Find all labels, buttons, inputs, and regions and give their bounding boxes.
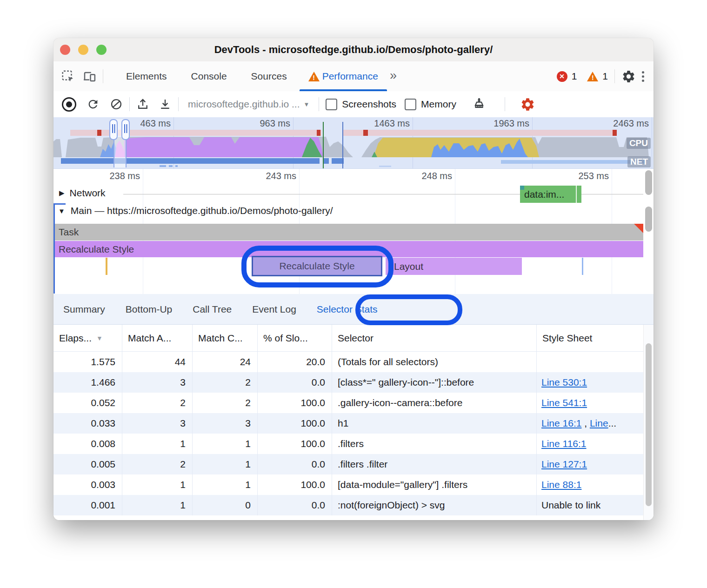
stat-cell-elapsed: 0.003: [53, 474, 122, 495]
bottom-panel-tabs: SummaryBottom-UpCall TreeEvent LogSelect…: [53, 294, 654, 325]
device-toolbar-icon[interactable]: [81, 68, 97, 84]
screenshot-stage: DevTools - microsoftedge.github.io/Demos…: [0, 0, 707, 588]
memory-checkbox[interactable]: [405, 99, 416, 110]
devtools-window: DevTools - microsoftedge.github.io/Demos…: [53, 38, 654, 520]
stat-cell-elapsed: 1.466: [53, 372, 122, 393]
issues-badges: ✕ 1 ! 1: [557, 71, 608, 82]
inspect-element-icon[interactable]: [60, 68, 76, 84]
clear-recording-icon[interactable]: [110, 98, 123, 111]
column-header-elaps-[interactable]: Elaps...▼: [53, 325, 122, 351]
track-selection-marker: [53, 203, 55, 294]
stat-cell-match-count: 3: [193, 413, 258, 434]
tab-performance[interactable]: !Performance: [298, 61, 389, 91]
table-row[interactable]: 1.575442420.0(Totals for all selectors): [53, 352, 643, 372]
stat-cell-elapsed: 0.008: [53, 434, 122, 454]
stylesheet-link[interactable]: Line: [590, 418, 608, 428]
stat-cell-elapsed: 0.005: [53, 454, 122, 474]
stat-cell-slow-pct: 0.0: [258, 372, 332, 393]
table-scrollbar-thumb[interactable]: [646, 343, 652, 506]
toolbar-divider3: [319, 97, 319, 111]
column-header-selector[interactable]: Selector: [332, 325, 537, 351]
table-scrollbar[interactable]: [643, 325, 654, 520]
load-profile-icon[interactable]: [136, 98, 149, 111]
layout-event-bar[interactable]: Layout: [386, 258, 522, 275]
overview-time-label: 1963 ms: [483, 118, 529, 129]
flame-time-label: 253 ms: [558, 171, 609, 181]
column-header-style-sheet[interactable]: Style Sheet: [537, 325, 643, 351]
stat-cell-selector: .gallery-icon--camera::before: [332, 393, 537, 413]
panel-tab-bottom-up[interactable]: Bottom-Up: [126, 304, 172, 315]
request-priority-marker: [520, 186, 524, 190]
stat-cell-slow-pct: 20.0: [258, 352, 332, 372]
error-icon[interactable]: ✕: [557, 71, 567, 82]
flame-scrollbar-thumb2[interactable]: [645, 207, 652, 232]
panel-tab-event-log[interactable]: Event Log: [252, 304, 296, 315]
table-row[interactable]: 0.001100.0:not(foreignObject) > svgUnabl…: [53, 495, 643, 515]
stat-cell-selector: .filters: [332, 434, 537, 454]
tab-sources[interactable]: Sources: [238, 61, 298, 91]
stylesheet-text: ...: [608, 418, 617, 428]
more-tabs-button[interactable]: »: [390, 68, 397, 83]
stat-cell-style-sheet: Line 530:1: [537, 372, 643, 393]
tabbar-divider-right: [614, 69, 615, 83]
task-event-bar[interactable]: Task: [55, 224, 643, 241]
stylesheet-link[interactable]: Line 530:1: [541, 377, 587, 388]
stat-cell-match-attempts: 2: [122, 393, 193, 413]
stat-cell-selector: (Totals for all selectors): [332, 352, 537, 372]
expand-triangle-icon[interactable]: ▼: [58, 207, 65, 215]
tab-console[interactable]: Console: [178, 61, 238, 91]
network-request-block[interactable]: data:im...: [520, 186, 581, 203]
stylesheet-link[interactable]: Line 127:1: [541, 459, 587, 469]
net-band-label: NET: [627, 156, 651, 167]
stat-cell-slow-pct: 0.0: [258, 454, 332, 474]
warning-count: 1: [602, 71, 608, 82]
garbage-collect-icon[interactable]: [472, 97, 486, 111]
request-phase-divider: [576, 186, 577, 203]
timeline-overview[interactable]: 463 ms963 ms1463 ms1963 ms2463 ms CPU NE…: [53, 117, 654, 168]
stat-cell-slow-pct: 100.0: [258, 393, 332, 413]
selector-stats-table: Elaps...▼Match A...Match C...% of Slo...…: [53, 325, 654, 520]
tab-label: Elements: [126, 71, 167, 82]
stylesheet-link[interactable]: Line 541:1: [541, 397, 587, 408]
column-header-match-a-[interactable]: Match A...: [122, 325, 193, 351]
screenshots-checkbox[interactable]: [326, 99, 337, 110]
capture-settings-gear-icon[interactable]: [520, 97, 535, 112]
performance-toolbar: microsoftedge.github.io ... ▼ Screenshot…: [53, 91, 654, 118]
table-row[interactable]: 0.00811100.0.filtersLine 116:1: [53, 434, 643, 454]
stat-cell-selector: [data-module="gallery"] .filters: [332, 474, 537, 495]
stylesheet-link[interactable]: Line 16:1: [541, 418, 581, 428]
minor-event-tick-yellow: [106, 258, 107, 275]
record-button[interactable]: [62, 97, 76, 112]
cpu-activity-chart: [53, 137, 649, 157]
table-row[interactable]: 0.05222100.0.gallery-icon--camera::befor…: [53, 393, 643, 413]
table-row[interactable]: 0.005210.0.filters .filterLine 127:1: [53, 454, 643, 474]
collapse-triangle-icon[interactable]: ▶: [59, 189, 65, 197]
table-row[interactable]: 0.00311100.0[data-module="gallery"] .fil…: [53, 474, 643, 495]
customize-menu-icon[interactable]: [642, 71, 644, 82]
marker-line-blue: [342, 122, 343, 168]
column-header-label: Style Sheet: [542, 333, 592, 344]
flame-scrollbar-thumb[interactable]: [645, 170, 652, 195]
stat-cell-slow-pct: 0.0: [258, 495, 332, 515]
network-track-header[interactable]: ▶ Network: [59, 187, 106, 199]
tab-elements[interactable]: Elements: [113, 61, 178, 91]
reload-and-record-button[interactable]: [87, 98, 100, 111]
settings-gear-icon[interactable]: [620, 68, 636, 84]
column-header-label: Selector: [338, 333, 374, 344]
warning-icon[interactable]: !: [587, 72, 598, 81]
stat-cell-match-attempts: 1: [122, 474, 193, 495]
stat-cell-match-count: 1: [193, 434, 258, 454]
panel-tab-summary[interactable]: Summary: [63, 304, 105, 315]
save-profile-icon[interactable]: [159, 98, 172, 111]
column-header--of-slo-[interactable]: % of Slo...: [258, 325, 332, 351]
stat-cell-match-attempts: 1: [122, 434, 193, 454]
page-selector-dropdown[interactable]: microsoftedge.github.io ... ▼: [188, 99, 309, 110]
error-count: 1: [572, 71, 577, 82]
table-row[interactable]: 0.03333100.0h1Line 16:1 , Line...: [53, 413, 643, 434]
main-thread-header[interactable]: ▼ Main — https://microsoftedge.github.io…: [58, 205, 333, 216]
table-row[interactable]: 1.466320.0[class*=" gallery-icon--"]::be…: [53, 372, 643, 393]
column-header-match-c-[interactable]: Match C...: [193, 325, 258, 351]
stylesheet-link[interactable]: Line 88:1: [541, 479, 581, 490]
panel-tab-call-tree[interactable]: Call Tree: [193, 304, 232, 315]
stylesheet-link[interactable]: Line 116:1: [541, 438, 587, 449]
